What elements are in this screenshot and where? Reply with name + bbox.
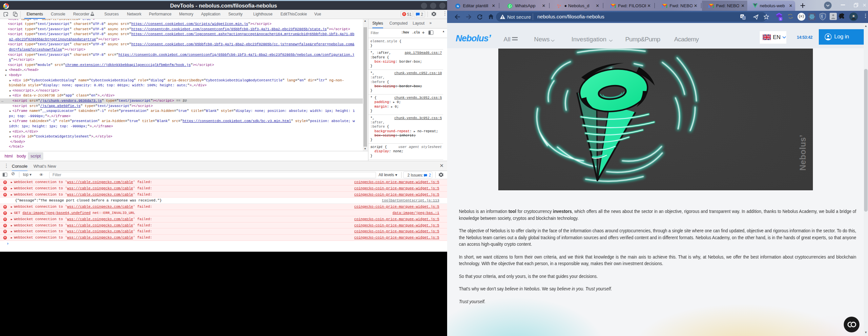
svg-text:文: 文 xyxy=(743,17,745,19)
svg-text:5: 5 xyxy=(780,18,781,21)
svg-text:N: N xyxy=(457,5,459,8)
